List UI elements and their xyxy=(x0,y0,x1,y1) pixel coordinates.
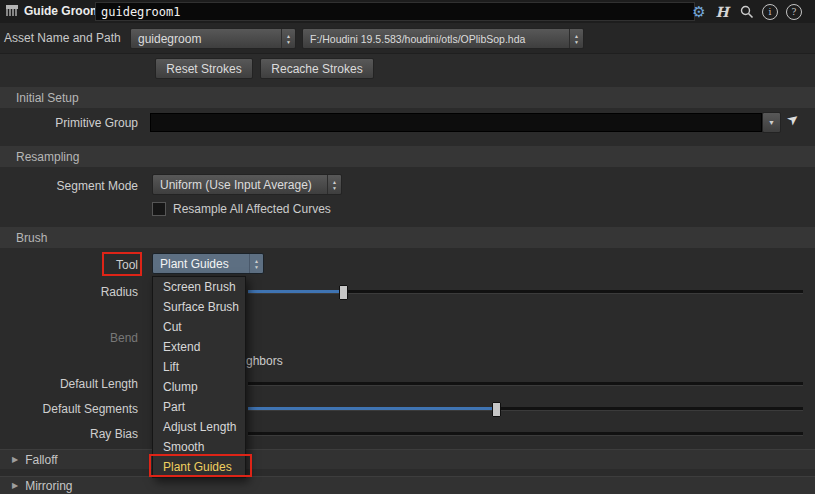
segment-mode-value: Uniform (Use Input Average) xyxy=(153,175,327,194)
help-icon[interactable]: ? xyxy=(785,3,803,21)
menu-item-adjust-length[interactable]: Adjust Length xyxy=(153,417,245,437)
resample-all-checkbox[interactable] xyxy=(152,202,166,216)
spinner-icon: ▲▼ xyxy=(327,175,341,194)
node-type-title: Guide Groom xyxy=(24,4,101,18)
spinner-icon: ▲▼ xyxy=(249,254,263,273)
menu-item-smooth[interactable]: Smooth xyxy=(153,437,245,457)
bend-label: Bend xyxy=(8,331,138,345)
menu-item-screen-brush[interactable]: Screen Brush xyxy=(153,277,245,297)
menu-item-clump[interactable]: Clump xyxy=(153,377,245,397)
ray-bias-slider-track[interactable] xyxy=(248,432,803,435)
menu-item-lift[interactable]: Lift xyxy=(153,357,245,377)
asset-name-dropdown[interactable]: guidegroom ▲▼ xyxy=(130,28,296,49)
gear-icon[interactable]: ⚙ xyxy=(690,3,708,21)
segment-mode-label: Segment Mode xyxy=(8,179,138,193)
section-label: Falloff xyxy=(18,453,57,467)
tool-dropdown[interactable]: Plant Guides ▲▼ xyxy=(152,253,264,274)
asset-name-value: guidegroom xyxy=(131,29,281,48)
topbar: Guide Groom ⚙ H i ? xyxy=(0,0,815,24)
tool-dropdown-menu: Screen Brush Surface Brush Cut Extend Li… xyxy=(152,276,246,478)
section-resampling[interactable]: Resampling xyxy=(0,146,815,167)
recache-strokes-button[interactable]: Recache Strokes xyxy=(260,58,374,79)
info-glyph: i xyxy=(762,4,778,20)
menu-item-surface-brush[interactable]: Surface Brush xyxy=(153,297,245,317)
neighbors-label-fragment: ghbors xyxy=(246,354,283,368)
primitive-group-label: Primitive Group xyxy=(8,116,138,130)
menu-item-cut[interactable]: Cut xyxy=(153,317,245,337)
tool-value: Plant Guides xyxy=(153,254,249,273)
radius-slider-fill xyxy=(248,290,340,293)
help-glyph: ? xyxy=(786,4,802,20)
section-label: Initial Setup xyxy=(0,91,79,105)
collapsed-arrow-icon: ▶ xyxy=(0,455,18,464)
default-length-slider-track[interactable] xyxy=(248,382,803,385)
radius-slider-handle[interactable] xyxy=(339,285,348,300)
select-group-arrow-icon[interactable]: ➤ xyxy=(783,109,802,129)
section-mirroring[interactable]: ▶ Mirroring xyxy=(0,476,815,494)
reset-strokes-button[interactable]: Reset Strokes xyxy=(155,58,253,79)
collapsed-arrow-icon: ▶ xyxy=(0,481,18,490)
asset-path-value: F:/Houdini 19.5.583/houdini/otls/OPlibSo… xyxy=(303,29,569,48)
section-label: Brush xyxy=(0,231,47,245)
default-segments-slider-handle[interactable] xyxy=(492,402,501,417)
spinner-icon: ▲▼ xyxy=(281,29,295,48)
default-segments-slider-fill xyxy=(248,407,493,410)
primitive-group-input[interactable] xyxy=(150,113,762,132)
menu-item-plant-guides[interactable]: Plant Guides xyxy=(153,457,245,477)
section-brush[interactable]: Brush xyxy=(0,227,815,248)
menu-item-extend[interactable]: Extend xyxy=(153,337,245,357)
menu-item-part[interactable]: Part xyxy=(153,397,245,417)
asset-name-path-label: Asset Name and Path xyxy=(4,31,121,45)
section-initial-setup[interactable]: Initial Setup xyxy=(0,87,815,108)
section-label: Resampling xyxy=(0,150,79,164)
houdini-logo-icon[interactable]: H xyxy=(713,3,731,21)
section-falloff[interactable]: ▶ Falloff xyxy=(0,449,815,469)
node-icon xyxy=(4,3,20,19)
resample-all-label: Resample All Affected Curves xyxy=(173,202,331,216)
radius-label: Radius xyxy=(8,285,138,299)
chevron-down-icon: ▼ xyxy=(768,119,775,126)
segment-mode-dropdown[interactable]: Uniform (Use Input Average) ▲▼ xyxy=(152,174,342,195)
search-icon[interactable] xyxy=(738,3,756,21)
ray-bias-label: Ray Bias xyxy=(8,427,138,441)
spinner-icon: ▲▼ xyxy=(569,29,583,48)
parameter-pane: Guide Groom ⚙ H i ? Asset Name and Path … xyxy=(0,0,815,494)
tool-label: Tool xyxy=(8,258,138,272)
default-segments-label: Default Segments xyxy=(8,402,138,416)
info-icon[interactable]: i xyxy=(761,3,779,21)
asset-path-dropdown[interactable]: F:/Houdini 19.5.583/houdini/otls/OPlibSo… xyxy=(302,28,584,49)
default-length-label: Default Length xyxy=(8,377,138,391)
primitive-group-dropdown-button[interactable]: ▼ xyxy=(762,112,781,133)
node-name-input[interactable] xyxy=(95,2,695,21)
section-label: Mirroring xyxy=(18,479,72,493)
